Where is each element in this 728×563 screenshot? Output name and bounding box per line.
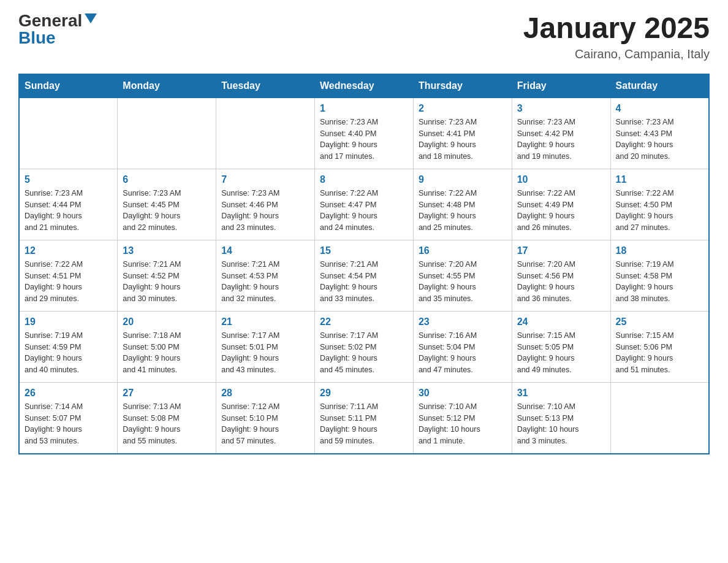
day-info: Sunrise: 7:23 AM Sunset: 4:41 PM Dayligh…	[419, 117, 507, 163]
weekday-header-thursday: Thursday	[413, 74, 512, 98]
calendar-cell: 30Sunrise: 7:10 AM Sunset: 5:12 PM Dayli…	[413, 382, 512, 454]
calendar-cell	[19, 98, 118, 169]
calendar-cell: 15Sunrise: 7:21 AM Sunset: 4:54 PM Dayli…	[315, 240, 414, 311]
day-info: Sunrise: 7:10 AM Sunset: 5:13 PM Dayligh…	[517, 401, 605, 447]
day-number: 18	[616, 245, 703, 256]
day-number: 31	[517, 388, 605, 399]
logo-triangle-icon	[85, 13, 97, 23]
calendar-week-5: 26Sunrise: 7:14 AM Sunset: 5:07 PM Dayli…	[19, 382, 709, 454]
day-info: Sunrise: 7:14 AM Sunset: 5:07 PM Dayligh…	[25, 401, 112, 447]
calendar-week-4: 19Sunrise: 7:19 AM Sunset: 4:59 PM Dayli…	[19, 311, 709, 382]
calendar-table: SundayMondayTuesdayWednesdayThursdayFrid…	[18, 74, 710, 454]
month-title: January 2025	[523, 12, 710, 45]
day-number: 22	[320, 316, 408, 327]
page-header: General Blue January 2025 Cairano, Campa…	[18, 12, 710, 61]
calendar-cell: 28Sunrise: 7:12 AM Sunset: 5:10 PM Dayli…	[216, 382, 315, 454]
day-number: 17	[517, 245, 605, 256]
day-number: 1	[320, 103, 408, 114]
calendar-cell: 22Sunrise: 7:17 AM Sunset: 5:02 PM Dayli…	[315, 311, 414, 382]
day-info: Sunrise: 7:13 AM Sunset: 5:08 PM Dayligh…	[123, 401, 211, 447]
day-info: Sunrise: 7:21 AM Sunset: 4:54 PM Dayligh…	[320, 259, 408, 305]
day-info: Sunrise: 7:15 AM Sunset: 5:05 PM Dayligh…	[517, 330, 605, 376]
calendar-cell: 29Sunrise: 7:11 AM Sunset: 5:11 PM Dayli…	[315, 382, 414, 454]
calendar-cell: 25Sunrise: 7:15 AM Sunset: 5:06 PM Dayli…	[610, 311, 709, 382]
day-info: Sunrise: 7:21 AM Sunset: 4:52 PM Dayligh…	[123, 259, 211, 305]
calendar-cell: 9Sunrise: 7:22 AM Sunset: 4:48 PM Daylig…	[413, 169, 512, 240]
day-info: Sunrise: 7:23 AM Sunset: 4:46 PM Dayligh…	[221, 188, 309, 234]
day-info: Sunrise: 7:22 AM Sunset: 4:48 PM Dayligh…	[419, 188, 507, 234]
calendar-cell: 23Sunrise: 7:16 AM Sunset: 5:04 PM Dayli…	[413, 311, 512, 382]
calendar-cell: 2Sunrise: 7:23 AM Sunset: 4:41 PM Daylig…	[413, 98, 512, 169]
day-info: Sunrise: 7:19 AM Sunset: 4:59 PM Dayligh…	[25, 330, 112, 376]
day-number: 12	[25, 245, 112, 256]
weekday-header-saturday: Saturday	[610, 74, 709, 98]
calendar-cell: 4Sunrise: 7:23 AM Sunset: 4:43 PM Daylig…	[610, 98, 709, 169]
day-info: Sunrise: 7:10 AM Sunset: 5:12 PM Dayligh…	[419, 401, 507, 447]
day-number: 25	[616, 316, 703, 327]
calendar-week-1: 1Sunrise: 7:23 AM Sunset: 4:40 PM Daylig…	[19, 98, 709, 169]
day-number: 29	[320, 388, 408, 399]
day-info: Sunrise: 7:23 AM Sunset: 4:44 PM Dayligh…	[25, 188, 112, 234]
calendar-cell	[216, 98, 315, 169]
day-number: 13	[123, 245, 211, 256]
day-number: 2	[419, 103, 507, 114]
calendar-cell: 21Sunrise: 7:17 AM Sunset: 5:01 PM Dayli…	[216, 311, 315, 382]
day-info: Sunrise: 7:21 AM Sunset: 4:53 PM Dayligh…	[221, 259, 309, 305]
weekday-header-friday: Friday	[512, 74, 610, 98]
day-number: 5	[25, 174, 112, 185]
weekday-header-sunday: Sunday	[19, 74, 118, 98]
day-number: 21	[221, 316, 309, 327]
day-number: 7	[221, 174, 309, 185]
calendar-cell: 24Sunrise: 7:15 AM Sunset: 5:05 PM Dayli…	[512, 311, 610, 382]
calendar-cell: 17Sunrise: 7:20 AM Sunset: 4:56 PM Dayli…	[512, 240, 610, 311]
day-number: 28	[221, 388, 309, 399]
day-info: Sunrise: 7:11 AM Sunset: 5:11 PM Dayligh…	[320, 401, 408, 447]
logo-blue-text: Blue	[18, 28, 56, 47]
day-number: 6	[123, 174, 211, 185]
weekday-header-wednesday: Wednesday	[315, 74, 414, 98]
calendar-cell: 1Sunrise: 7:23 AM Sunset: 4:40 PM Daylig…	[315, 98, 414, 169]
day-info: Sunrise: 7:17 AM Sunset: 5:01 PM Dayligh…	[221, 330, 309, 376]
day-info: Sunrise: 7:23 AM Sunset: 4:40 PM Dayligh…	[320, 117, 408, 163]
calendar-cell: 14Sunrise: 7:21 AM Sunset: 4:53 PM Dayli…	[216, 240, 315, 311]
day-info: Sunrise: 7:23 AM Sunset: 4:43 PM Dayligh…	[616, 117, 703, 163]
day-number: 14	[221, 245, 309, 256]
day-info: Sunrise: 7:20 AM Sunset: 4:55 PM Dayligh…	[419, 259, 507, 305]
calendar-cell: 7Sunrise: 7:23 AM Sunset: 4:46 PM Daylig…	[216, 169, 315, 240]
day-number: 23	[419, 316, 507, 327]
calendar-cell: 8Sunrise: 7:22 AM Sunset: 4:47 PM Daylig…	[315, 169, 414, 240]
calendar-cell: 11Sunrise: 7:22 AM Sunset: 4:50 PM Dayli…	[610, 169, 709, 240]
day-info: Sunrise: 7:15 AM Sunset: 5:06 PM Dayligh…	[616, 330, 703, 376]
day-info: Sunrise: 7:16 AM Sunset: 5:04 PM Dayligh…	[419, 330, 507, 376]
location-text: Cairano, Campania, Italy	[523, 47, 710, 61]
calendar-cell	[610, 382, 709, 454]
calendar-cell: 20Sunrise: 7:18 AM Sunset: 5:00 PM Dayli…	[118, 311, 216, 382]
day-info: Sunrise: 7:20 AM Sunset: 4:56 PM Dayligh…	[517, 259, 605, 305]
day-info: Sunrise: 7:19 AM Sunset: 4:58 PM Dayligh…	[616, 259, 703, 305]
day-number: 20	[123, 316, 211, 327]
calendar-body: 1Sunrise: 7:23 AM Sunset: 4:40 PM Daylig…	[19, 98, 709, 454]
calendar-week-3: 12Sunrise: 7:22 AM Sunset: 4:51 PM Dayli…	[19, 240, 709, 311]
weekday-header-row: SundayMondayTuesdayWednesdayThursdayFrid…	[19, 74, 709, 98]
calendar-cell: 10Sunrise: 7:22 AM Sunset: 4:49 PM Dayli…	[512, 169, 610, 240]
day-number: 8	[320, 174, 408, 185]
day-number: 11	[616, 174, 703, 185]
calendar-cell: 3Sunrise: 7:23 AM Sunset: 4:42 PM Daylig…	[512, 98, 610, 169]
day-number: 15	[320, 245, 408, 256]
calendar-header: SundayMondayTuesdayWednesdayThursdayFrid…	[19, 74, 709, 98]
calendar-cell: 6Sunrise: 7:23 AM Sunset: 4:45 PM Daylig…	[118, 169, 216, 240]
day-info: Sunrise: 7:22 AM Sunset: 4:49 PM Dayligh…	[517, 188, 605, 234]
calendar-cell: 27Sunrise: 7:13 AM Sunset: 5:08 PM Dayli…	[118, 382, 216, 454]
day-info: Sunrise: 7:23 AM Sunset: 4:42 PM Dayligh…	[517, 117, 605, 163]
day-info: Sunrise: 7:12 AM Sunset: 5:10 PM Dayligh…	[221, 401, 309, 447]
calendar-cell: 31Sunrise: 7:10 AM Sunset: 5:13 PM Dayli…	[512, 382, 610, 454]
title-block: January 2025 Cairano, Campania, Italy	[523, 12, 710, 61]
day-number: 24	[517, 316, 605, 327]
day-number: 9	[419, 174, 507, 185]
day-info: Sunrise: 7:23 AM Sunset: 4:45 PM Dayligh…	[123, 188, 211, 234]
day-info: Sunrise: 7:18 AM Sunset: 5:00 PM Dayligh…	[123, 330, 211, 376]
day-info: Sunrise: 7:22 AM Sunset: 4:47 PM Dayligh…	[320, 188, 408, 234]
logo-general-text: General	[18, 12, 82, 29]
day-number: 10	[517, 174, 605, 185]
calendar-cell: 19Sunrise: 7:19 AM Sunset: 4:59 PM Dayli…	[19, 311, 118, 382]
